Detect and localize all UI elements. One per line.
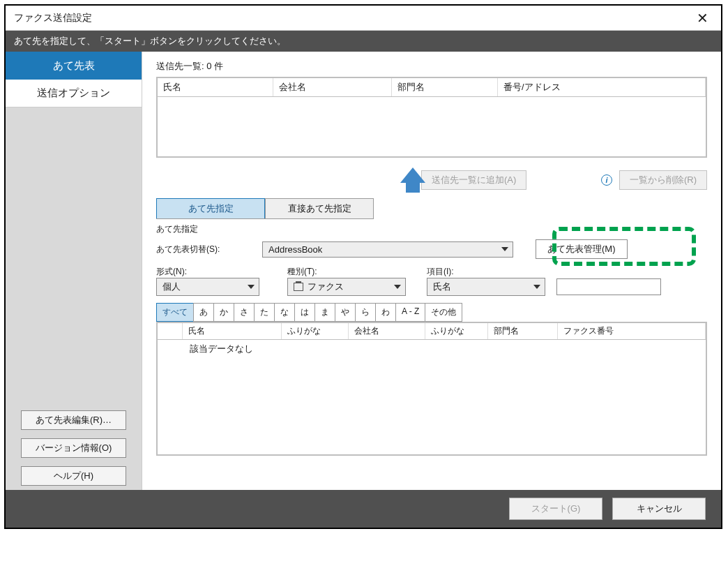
addressbook-select[interactable]: AddressBook — [262, 241, 513, 258]
rcol-furigana1: ふりがな — [282, 323, 349, 339]
kana-ka[interactable]: か — [213, 303, 234, 322]
close-icon[interactable]: ✕ — [692, 10, 713, 27]
titlebar: ファクス送信設定 ✕ — [6, 6, 721, 31]
kana-ha[interactable]: は — [294, 303, 315, 322]
kana-ya[interactable]: や — [335, 303, 356, 322]
rcol-dept: 部門名 — [488, 323, 558, 339]
col-name: 氏名 — [158, 78, 273, 96]
remove-from-list-button[interactable]: 一覧から削除(R) — [619, 170, 707, 190]
kana-ta[interactable]: た — [254, 303, 275, 322]
version-info-button[interactable]: バージョン情報(O) — [21, 438, 126, 458]
kana-ra[interactable]: ら — [355, 303, 376, 322]
info-icon[interactable]: i — [601, 174, 612, 186]
rcol-company: 会社名 — [349, 323, 425, 339]
kana-a[interactable]: あ — [193, 303, 214, 322]
chevron-down-icon — [248, 285, 255, 289]
type-select[interactable]: ファクス — [287, 278, 406, 296]
send-list-table: 氏名 会社名 部門名 番号/アドレス — [156, 77, 707, 158]
edit-addressbook-button[interactable]: あて先表編集(R)… — [21, 410, 126, 430]
kana-az[interactable]: A - Z — [395, 303, 425, 322]
kana-sa[interactable]: さ — [234, 303, 255, 322]
spec-section-label: あて先指定 — [156, 223, 707, 235]
start-button[interactable]: スタート(G) — [509, 498, 602, 520]
rcol-name: 氏名 — [183, 323, 282, 339]
arrow-up-icon — [400, 167, 425, 183]
type-label: 種別(T): — [287, 266, 414, 278]
chevron-down-icon — [501, 247, 508, 251]
rcol-blank — [158, 323, 183, 339]
kana-ma[interactable]: ま — [314, 303, 335, 322]
add-to-list-button[interactable]: 送信先一覧に追加(A) — [421, 170, 526, 190]
item-select[interactable]: 氏名 — [427, 278, 545, 296]
send-list-title: 送信先一覧: 0 件 — [156, 60, 707, 73]
kana-wa[interactable]: わ — [375, 303, 396, 322]
rcol-faxnum: ファクス番号 — [558, 323, 706, 339]
sidebar-tab-options[interactable]: 送信オプション — [6, 80, 142, 107]
col-company: 会社名 — [273, 78, 392, 96]
format-select[interactable]: 個人 — [156, 278, 259, 296]
kana-other[interactable]: その他 — [425, 303, 462, 322]
rcol-furigana2: ふりがな — [425, 323, 488, 339]
kana-all[interactable]: すべて — [156, 303, 194, 322]
fax-settings-window: ファクス送信設定 ✕ あて先を指定して、「スタート」ボタンをクリックしてください… — [4, 4, 722, 529]
search-input[interactable] — [556, 278, 661, 295]
tab-spec[interactable]: あて先指定 — [156, 198, 265, 218]
switch-label: あて先表切替(S): — [156, 244, 254, 255]
item-label: 項目(I): — [427, 266, 547, 278]
tab-direct[interactable]: 直接あて先指定 — [265, 198, 374, 218]
kana-na[interactable]: な — [274, 303, 295, 322]
footer: スタート(G) キャンセル — [6, 490, 721, 528]
spec-tabset: あて先指定 直接あて先指定 — [156, 198, 374, 219]
results-table: 氏名 ふりがな 会社名 ふりがな 部門名 ファクス番号 該当データなし — [156, 322, 707, 456]
chevron-down-icon — [394, 285, 401, 289]
sidebar: あて先表 送信オプション あて先表編集(R)… バージョン情報(O) ヘルプ(H… — [6, 52, 142, 490]
manage-addressbook-button[interactable]: あて先表管理(M) — [536, 239, 628, 259]
format-label: 形式(N): — [156, 266, 261, 278]
chevron-down-icon — [533, 285, 540, 289]
sidebar-tab-destinations[interactable]: あて先表 — [6, 52, 142, 80]
results-empty: 該当データなし — [158, 340, 706, 358]
cancel-button[interactable]: キャンセル — [612, 498, 706, 520]
col-dept: 部門名 — [392, 78, 498, 96]
main-panel: 送信先一覧: 0 件 氏名 会社名 部門名 番号/アドレス 送信先一覧に追加(A… — [142, 52, 721, 490]
fax-icon — [294, 283, 303, 291]
instruction-bar: あて先を指定して、「スタート」ボタンをクリックしてください。 — [6, 31, 721, 52]
help-button[interactable]: ヘルプ(H) — [21, 466, 126, 486]
col-number: 番号/アドレス — [498, 78, 706, 96]
kana-filter: すべて あ か さ た な は ま や ら わ A - Z その他 — [156, 303, 707, 322]
window-title: ファクス送信設定 — [14, 12, 692, 24]
